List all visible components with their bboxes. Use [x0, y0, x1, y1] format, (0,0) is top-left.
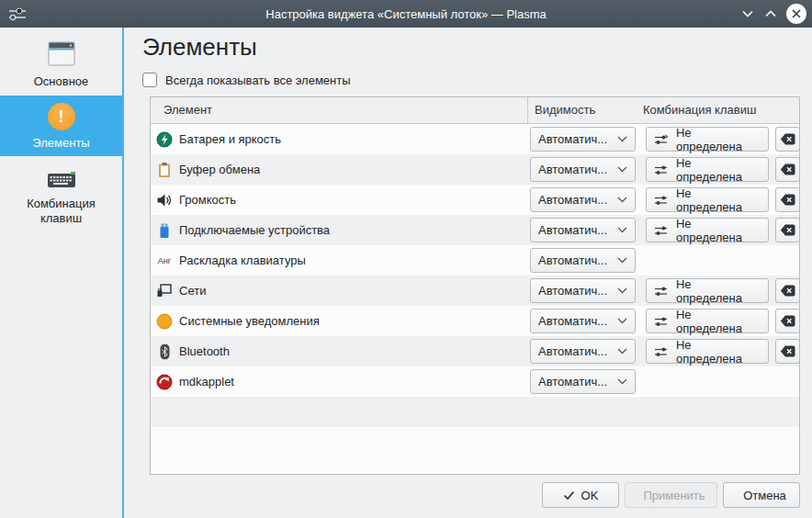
backspace-icon: [780, 163, 795, 175]
chevron-down-icon: [617, 227, 627, 233]
shortcut-value: Не определена: [676, 126, 761, 153]
chevron-down-icon: [617, 136, 627, 142]
backspace-icon: [780, 133, 795, 145]
table-header: Элемент Видимость Комбинация клавиш: [151, 97, 799, 124]
sidebar-item-shortcuts[interactable]: Комбинацияклавиш: [0, 156, 122, 241]
clear-shortcut-button[interactable]: [775, 157, 800, 182]
shortcut-button[interactable]: Не определена: [646, 218, 769, 242]
show-all-checkbox[interactable]: [142, 73, 157, 87]
chevron-down-icon: [742, 10, 753, 17]
configure-shortcut-icon: [654, 194, 669, 207]
shortcut-button[interactable]: Не определена: [646, 157, 769, 182]
element-name: Громкость: [179, 193, 236, 207]
sidebar-item-elements[interactable]: ! Элементы: [0, 96, 122, 156]
chevron-down-icon: [617, 318, 627, 324]
settings-dialog: Настройка виджета «Системный лоток» — Pl…: [0, 0, 812, 518]
sidebar: Основное ! Элементы Комбинацияклавиш: [0, 28, 122, 518]
close-icon: [792, 9, 801, 18]
cancel-button[interactable]: Отмена: [723, 482, 800, 508]
shortcut-button[interactable]: Не определена: [646, 309, 769, 333]
visibility-value: Автоматич...: [538, 223, 607, 237]
clear-shortcut-button[interactable]: [775, 187, 800, 212]
visibility-dropdown[interactable]: Автоматич...: [530, 339, 636, 364]
clear-shortcut-button[interactable]: [775, 309, 800, 333]
shortcut-value: Не определена: [676, 308, 761, 335]
apply-label: Применить: [643, 489, 705, 502]
show-all-elements-row: Всегда показывать все элементы: [142, 73, 351, 87]
page-title: Элементы: [142, 33, 257, 62]
titlebar: Настройка виджета «Системный лоток» — Pl…: [0, 0, 812, 28]
volume-icon: [155, 193, 174, 208]
visibility-dropdown[interactable]: Автоматич...: [530, 157, 636, 182]
backspace-icon: [780, 224, 795, 236]
maximize-button[interactable]: [763, 6, 778, 21]
chevron-down-icon: [617, 378, 627, 385]
table-row: Системные уведомления Автоматич... Не оп…: [151, 306, 799, 336]
minimize-button[interactable]: [740, 6, 755, 21]
table-row: Подключаемые устройства Автоматич... Не …: [151, 215, 799, 245]
window-controls: [740, 0, 806, 28]
backspace-icon: [780, 194, 795, 206]
backspace-icon: [780, 345, 795, 357]
sidebar-label: Основное: [34, 74, 89, 89]
sidebar-item-general[interactable]: Основное: [0, 28, 122, 96]
notification-icon: [155, 313, 174, 330]
visibility-dropdown[interactable]: Автоматич...: [530, 248, 636, 273]
close-button[interactable]: [786, 4, 806, 24]
element-name: mdkapplet: [179, 375, 234, 388]
header-shortcut[interactable]: Комбинация клавиш: [643, 103, 756, 117]
shortcut-button[interactable]: Не определена: [646, 278, 769, 303]
visibility-value: Автоматич...: [538, 132, 607, 146]
table-row: mdkapplet Автоматич...: [151, 366, 799, 397]
header-visibility[interactable]: Видимость: [535, 103, 595, 117]
backspace-icon: [780, 315, 795, 327]
chevron-down-icon: [617, 348, 627, 355]
clear-shortcut-button[interactable]: [775, 278, 800, 303]
mdkapplet-icon: [155, 374, 174, 390]
visibility-value: Автоматич...: [538, 344, 607, 358]
chevron-down-icon: [617, 287, 627, 294]
keyboard-layout-text: Анг: [155, 256, 174, 265]
clear-shortcut-button[interactable]: [775, 218, 800, 242]
bluetooth-icon: [155, 343, 174, 360]
table-row: Громкость Автоматич... Не определена: [151, 185, 799, 215]
visibility-dropdown[interactable]: Автоматич...: [530, 309, 636, 333]
shortcut-value: Не определена: [676, 277, 761, 305]
element-name: Сети: [179, 284, 206, 298]
configure-shortcut-icon: [654, 133, 669, 146]
apply-button[interactable]: Применить: [625, 482, 717, 508]
configure-shortcut-icon: [654, 345, 669, 358]
visibility-dropdown[interactable]: Автоматич...: [530, 278, 636, 303]
shortcut-button[interactable]: Не определена: [646, 127, 769, 152]
visibility-value: Автоматич...: [538, 163, 607, 176]
element-name: Батарея и яркость: [179, 132, 281, 146]
visibility-dropdown[interactable]: Автоматич...: [530, 369, 636, 394]
shortcut-value: Не определена: [676, 156, 761, 184]
chevron-down-icon: [617, 197, 627, 203]
clear-shortcut-button[interactable]: [775, 127, 800, 152]
shortcut-value: Не определена: [676, 186, 761, 214]
visibility-value: Автоматич...: [538, 253, 607, 267]
visibility-value: Автоматич...: [538, 375, 607, 388]
header-separator: [527, 97, 528, 124]
clipboard-icon: [155, 162, 174, 178]
visibility-dropdown[interactable]: Автоматич...: [530, 127, 636, 152]
configure-shortcut-icon: [654, 163, 669, 176]
ok-button[interactable]: OK: [542, 482, 619, 508]
header-element[interactable]: Элемент: [164, 103, 212, 117]
sidebar-label: Комбинацияклавиш: [27, 197, 95, 226]
shortcut-button[interactable]: Не определена: [646, 339, 769, 364]
window-icon: [47, 40, 76, 68]
sidebar-label: Элементы: [32, 136, 89, 151]
table-row: Буфер обмена Автоматич... Не определена: [151, 154, 799, 185]
usb-device-icon: [155, 222, 174, 239]
chevron-down-icon: [617, 257, 627, 264]
backspace-icon: [780, 285, 795, 297]
dialog-buttons: OK Применить Отмена: [542, 482, 800, 508]
element-name: Bluetooth: [179, 344, 230, 358]
keyboard-icon: [47, 171, 76, 189]
visibility-dropdown[interactable]: Автоматич...: [530, 218, 636, 242]
visibility-dropdown[interactable]: Автоматич...: [530, 187, 636, 212]
shortcut-button[interactable]: Не определена: [646, 187, 769, 212]
clear-shortcut-button[interactable]: [775, 339, 800, 364]
